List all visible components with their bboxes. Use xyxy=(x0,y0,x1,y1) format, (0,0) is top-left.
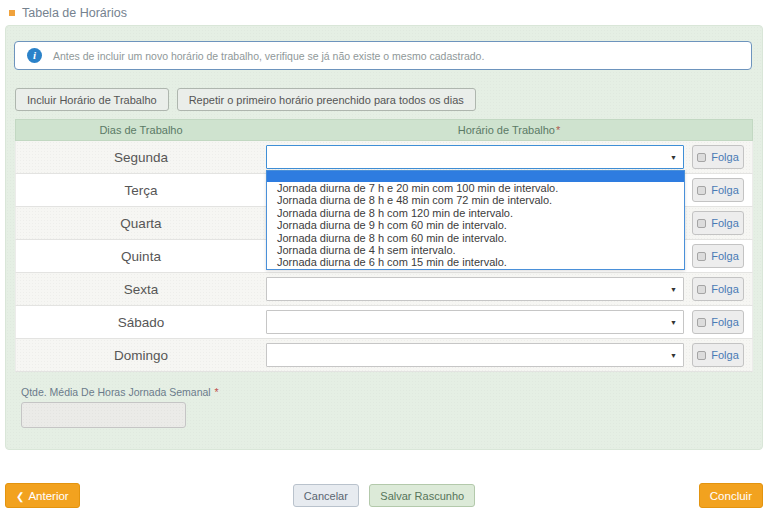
schedule-table: Dias de Trabalho Horário de Trabalho* Se… xyxy=(15,119,753,372)
required-mark: * xyxy=(556,124,560,136)
save-draft-button[interactable]: Salvar Rascunho xyxy=(369,484,475,507)
folga-button-quarta[interactable]: Folga xyxy=(692,211,744,235)
chevron-down-icon: ▼ xyxy=(670,319,677,326)
schedule-select-sabado[interactable]: ▼ xyxy=(266,310,684,334)
schedule-panel: i Antes de incluir um novo horário de tr… xyxy=(5,25,763,450)
checkbox-icon xyxy=(697,219,706,228)
day-label: Sexta xyxy=(16,282,266,297)
dropdown-option[interactable]: Jornada diurna de 8 h com 60 min de inte… xyxy=(267,232,684,244)
checkbox-icon xyxy=(697,153,706,162)
info-message: Antes de incluir um novo horário de trab… xyxy=(53,50,484,62)
folga-button-segunda[interactable]: Folga xyxy=(692,145,744,169)
dropdown-option[interactable]: Jornada diurna de 9 h com 60 min de inte… xyxy=(267,219,684,231)
weekly-hours-input[interactable] xyxy=(21,402,186,428)
table-row-sabado: Sábado ▼ Folga xyxy=(15,306,753,339)
folga-button-domingo[interactable]: Folga xyxy=(692,343,744,367)
dropdown-option-blank-highlighted[interactable] xyxy=(267,171,684,182)
required-mark: * xyxy=(215,386,219,398)
checkbox-icon xyxy=(697,285,706,294)
day-label: Quinta xyxy=(16,249,266,264)
finish-button[interactable]: Concluir xyxy=(699,483,763,508)
center-actions: Cancelar Salvar Rascunho xyxy=(0,484,768,507)
weekly-hours-label: Qtde. Média De Horas Jornada Semanal * xyxy=(21,386,219,398)
chevron-down-icon: ▼ xyxy=(670,352,677,359)
checkbox-icon xyxy=(697,351,706,360)
dropdown-option[interactable]: Jornada diurna de 8 h e 48 min com 72 mi… xyxy=(267,194,684,206)
schedule-select-segunda[interactable]: ▼ xyxy=(266,145,684,169)
schedule-select-sexta[interactable]: ▼ xyxy=(266,277,684,301)
folga-button-sabado[interactable]: Folga xyxy=(692,310,744,334)
dropdown-option[interactable]: Jornada diurna de 6 h com 15 min de inte… xyxy=(267,256,684,268)
folga-button-quinta[interactable]: Folga xyxy=(692,244,744,268)
day-label: Quarta xyxy=(16,216,266,231)
repeat-first-schedule-button[interactable]: Repetir o primeiro horário preenchido pa… xyxy=(177,88,476,111)
column-header-schedule: Horário de Trabalho* xyxy=(266,124,752,136)
table-row-sexta: Sexta ▼ Folga xyxy=(15,273,753,306)
chevron-down-icon: ▼ xyxy=(670,154,677,161)
weekly-hours-field-group: Qtde. Média De Horas Jornada Semanal * xyxy=(21,386,219,428)
checkbox-icon xyxy=(697,252,706,261)
column-header-days: Dias de Trabalho xyxy=(16,124,266,136)
checkbox-icon xyxy=(697,186,706,195)
cancel-button[interactable]: Cancelar xyxy=(293,484,359,507)
table-row-domingo: Domingo ▼ Folga xyxy=(15,339,753,372)
footer-actions: ❮Anterior Cancelar Salvar Rascunho Concl… xyxy=(0,483,768,509)
dropdown-option[interactable]: Jornada diurna de 7 h e 20 min com 100 m… xyxy=(267,182,684,194)
day-label: Terça xyxy=(16,183,266,198)
include-schedule-button[interactable]: Incluir Horário de Trabalho xyxy=(15,88,169,111)
title-bullet-icon xyxy=(9,10,15,16)
page-title: Tabela de Horários xyxy=(0,0,768,20)
day-label: Segunda xyxy=(16,150,266,165)
day-label: Domingo xyxy=(16,348,266,363)
table-row-segunda: Segunda ▼ Jornada diurna de 7 h e 20 min… xyxy=(15,141,753,174)
chevron-down-icon: ▼ xyxy=(670,286,677,293)
toolbar: Incluir Horário de Trabalho Repetir o pr… xyxy=(15,88,476,111)
dropdown-option[interactable]: Jornada diurna de 4 h sem intervalo. xyxy=(267,244,684,256)
schedule-dropdown-list: Jornada diurna de 7 h e 20 min com 100 m… xyxy=(266,170,685,270)
page-title-text: Tabela de Horários xyxy=(22,6,127,20)
info-banner: i Antes de incluir um novo horário de tr… xyxy=(14,41,752,70)
table-header: Dias de Trabalho Horário de Trabalho* xyxy=(15,119,753,141)
day-label: Sábado xyxy=(16,315,266,330)
schedule-select-domingo[interactable]: ▼ xyxy=(266,343,684,367)
folga-button-sexta[interactable]: Folga xyxy=(692,277,744,301)
dropdown-option[interactable]: Jornada diurna de 8 h com 120 min de int… xyxy=(267,207,684,219)
folga-button-terca[interactable]: Folga xyxy=(692,178,744,202)
checkbox-icon xyxy=(697,318,706,327)
info-icon: i xyxy=(27,48,42,63)
